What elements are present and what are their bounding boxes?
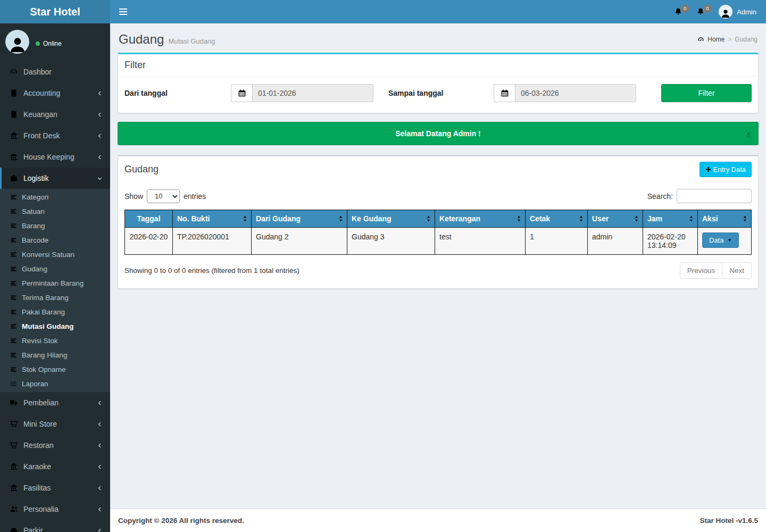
column-header-ke-gudang[interactable]: Ke Gudang — [347, 210, 435, 228]
content-header: GudangMutasi Gudang Home > Gudang — [118, 23, 759, 53]
cell-tanggal: 2026-02-20 — [125, 228, 173, 255]
subitem-label: Gudang — [22, 265, 47, 273]
sidebar-subitem-satuan[interactable]: Satuan — [0, 204, 110, 219]
breadcrumb-home[interactable]: Home — [707, 36, 725, 43]
sidebar-subitem-laporan[interactable]: Laporan — [0, 377, 110, 391]
column-label: Ke Gudang — [352, 214, 392, 223]
sidebar-subitem-stok-opname[interactable]: Stok Opname — [0, 362, 110, 377]
column-header-taggal[interactable]: Taggal — [125, 210, 173, 228]
cell-no-bukti: TP.2026020001 — [173, 228, 252, 255]
from-date-label: Dari tanggal — [124, 89, 231, 97]
sidebar-subitem-barcode[interactable]: Barcode — [0, 233, 110, 247]
bars-icon — [10, 237, 17, 244]
bars-icon — [10, 352, 17, 359]
users-icon — [10, 505, 18, 513]
main-area: GudangMutasi Gudang Home > Gudang Filter — [110, 23, 766, 532]
to-date-label: Sampai tanggal — [388, 89, 494, 97]
to-date-input[interactable] — [515, 84, 636, 102]
column-header-dari-gudang[interactable]: Dari Gudang — [252, 210, 347, 228]
sidebar-subitem-konversi-satuan[interactable]: Konversi Satuan — [0, 247, 110, 262]
sidebar-item-restoran[interactable]: Restoran — [0, 435, 110, 456]
sidebar-item-pembelian[interactable]: Pembelian — [0, 392, 110, 413]
sidebar-item-dashbor[interactable]: Dashbor — [0, 61, 110, 82]
sidebar-item-label: Fasilitas — [23, 484, 91, 492]
cell-ke-gudang: Gudang 3 — [347, 228, 435, 255]
user-menu[interactable]: Admin — [719, 5, 756, 19]
copyright-text: Copyright © 2026 All rights reserved. — [118, 517, 244, 525]
sidebar-item-logistik[interactable]: Logistik — [0, 168, 110, 189]
sidebar-subitem-barang[interactable]: Barang — [0, 219, 110, 233]
page-size-select[interactable]: 10 — [147, 189, 180, 203]
sidebar-subitem-mutasi-gudang[interactable]: Mutasi Gudang — [0, 319, 110, 334]
sidebar-item-label: Logistik — [23, 174, 91, 182]
sidebar-item-house-keeping[interactable]: House Keeping — [0, 146, 110, 168]
subitem-label: Kategori — [22, 193, 48, 201]
subitem-label: Mutasi Gudang — [22, 322, 74, 330]
top-navbar: Star Hotel 0 0 Admin — [0, 0, 766, 23]
previous-page-button[interactable]: Previous — [680, 262, 723, 279]
entries-label: entries — [184, 192, 206, 201]
chevron-left-icon — [97, 528, 103, 532]
welcome-alert: Selamat Datang Admin ! × — [118, 122, 759, 145]
jam-time: 13:14:09 — [647, 241, 693, 250]
page-subtitle: Mutasi Gudang — [168, 37, 215, 45]
sidebar-item-label: Parkir — [23, 526, 91, 532]
sidebar-subitem-terima-barang[interactable]: Terima Barang — [0, 290, 110, 305]
notifications-bell-2[interactable]: 0 — [696, 7, 705, 16]
sidebar-subitem-kategori[interactable]: Kategori — [0, 190, 110, 204]
sidebar-subitem-barang-hilang[interactable]: Barang Hilang — [0, 348, 110, 362]
chevron-down-icon — [97, 176, 103, 181]
sort-icon — [688, 215, 695, 222]
brand-logo[interactable]: Star Hotel — [0, 0, 110, 23]
sidebar-item-fasilitas[interactable]: Fasilitas — [0, 477, 110, 498]
sidebar-subitem-revisi-stok[interactable]: Revisi Stok — [0, 334, 110, 348]
page-footer: Copyright © 2026 All rights reserved. St… — [110, 509, 766, 532]
sort-icon — [578, 215, 585, 222]
sidebar-item-front-desk[interactable]: Front Desk — [0, 125, 110, 146]
content: GudangMutasi Gudang Home > Gudang Filter — [110, 23, 766, 509]
notifications-bell-1[interactable]: 0 — [674, 7, 682, 16]
sidebar-subitem-pakai-barang[interactable]: Pakai Barang — [0, 305, 110, 319]
data-dropdown-button[interactable]: Data — [702, 232, 739, 248]
sidebar-item-personalia[interactable]: Personalia — [0, 498, 110, 520]
sidebar-item-mini-store[interactable]: Mini Store — [0, 413, 110, 435]
sidebar-item-keuangan[interactable]: Keuangan — [0, 104, 110, 125]
filter-box-header: Filter — [118, 54, 758, 77]
bars-icon — [10, 337, 17, 344]
column-header-jam[interactable]: Jam — [643, 210, 698, 228]
bars-icon — [10, 294, 17, 301]
from-date-input[interactable] — [252, 84, 373, 102]
column-header-user[interactable]: User — [588, 210, 643, 228]
user-status: Online — [36, 33, 62, 54]
filter-button[interactable]: Filter — [661, 84, 752, 102]
next-page-button[interactable]: Next — [722, 262, 752, 279]
page-title: Gudang — [119, 32, 164, 46]
sidebar-subitem-gudang[interactable]: Gudang — [0, 262, 110, 276]
subitem-label: Barang Hilang — [22, 351, 68, 359]
sidebar-item-accounting[interactable]: Accounting — [0, 82, 110, 104]
column-label: Keterangan — [439, 214, 480, 223]
sidebar-toggle-button[interactable] — [110, 0, 136, 23]
close-icon[interactable]: × — [746, 129, 751, 138]
column-header-no-bukti[interactable]: No. Bukti — [173, 210, 252, 228]
entry-data-button[interactable]: Entry Data — [700, 162, 752, 177]
calendar-addon — [494, 84, 515, 102]
subitem-label: Laporan — [22, 380, 48, 388]
search-input[interactable] — [677, 189, 752, 203]
breadcrumb-separator: > — [728, 36, 731, 43]
column-header-cetak[interactable]: Cetak — [526, 210, 588, 228]
column-header-keterangan[interactable]: Keterangan — [435, 210, 526, 228]
column-header-aksi[interactable]: Aksi — [698, 210, 752, 228]
filter-box-title: Filter — [124, 60, 146, 71]
notification-badge: 0 — [703, 5, 712, 13]
from-date-group — [231, 84, 373, 102]
table-info-text: Showing 0 to 0 of 0 entries (filtered fr… — [124, 267, 299, 275]
filter-form: Dari tanggal Sampai tanggal — [118, 77, 758, 113]
subitem-label: Permintaan Barang — [22, 279, 84, 287]
sidebar-subitem-permintaan-barang[interactable]: Permintaan Barang — [0, 276, 110, 290]
sidebar-item-label: House Keeping — [23, 153, 91, 161]
sidebar-menu: Dashbor Accounting Keuangan Front Desk — [0, 61, 110, 532]
sidebar-item-parkir[interactable]: Parkir — [0, 520, 110, 532]
sidebar-item-karaoke[interactable]: Karaoke — [0, 456, 110, 477]
column-label: No. Bukti — [177, 214, 210, 223]
